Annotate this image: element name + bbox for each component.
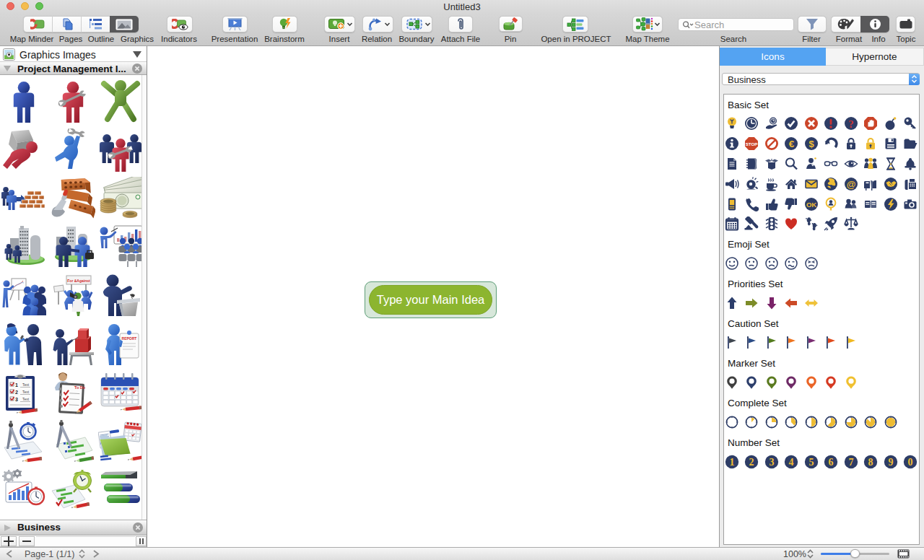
svg-text:REPORT: REPORT <box>122 336 137 341</box>
svg-text:7: 7 <box>848 457 853 468</box>
svg-text:$: $ <box>808 139 814 149</box>
svg-text:2: 2 <box>15 390 18 395</box>
svg-text:2: 2 <box>749 457 754 468</box>
svg-text:STOP: STOP <box>746 141 758 146</box>
svg-text:3: 3 <box>769 457 774 468</box>
svg-text:€: € <box>789 139 795 149</box>
svg-text:1: 1 <box>729 457 734 468</box>
svg-text:3: 3 <box>15 397 18 402</box>
svg-text:OK: OK <box>806 200 816 208</box>
svg-text:0: 0 <box>908 457 913 468</box>
svg-text:To Do: To Do <box>74 385 86 390</box>
svg-text:1: 1 <box>15 382 18 388</box>
svg-text:Text: Text <box>22 397 30 401</box>
svg-text:5: 5 <box>808 457 814 468</box>
svg-text:Text: Text <box>22 390 30 394</box>
svg-text:@: @ <box>846 179 855 190</box>
svg-text:For &Against: For &Against <box>67 279 90 283</box>
svg-text:4: 4 <box>789 457 794 468</box>
svg-text:?: ? <box>848 118 854 130</box>
svg-text:9: 9 <box>888 457 893 468</box>
svg-text:Text: Text <box>22 382 30 387</box>
svg-text:8: 8 <box>868 457 873 468</box>
svg-text:6: 6 <box>829 457 834 468</box>
